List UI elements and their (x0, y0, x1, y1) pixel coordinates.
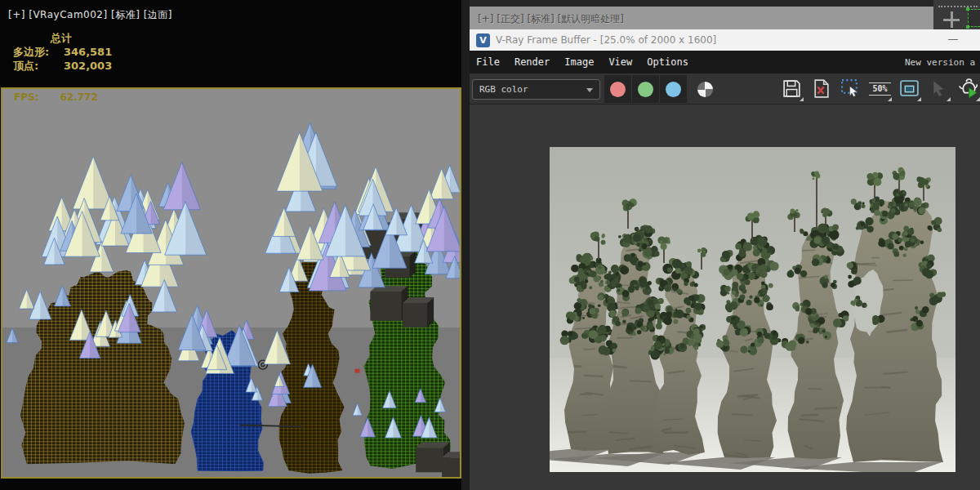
max-toolbar-corner (933, 0, 980, 33)
save-icon (782, 78, 802, 99)
rendered-image[interactable] (550, 147, 956, 472)
render-last-button[interactable] (956, 77, 980, 101)
blue-channel-icon (666, 82, 681, 97)
region-render-button[interactable] (839, 77, 862, 101)
mono-channel-button[interactable] (692, 75, 719, 103)
ortho-viewport-label[interactable]: [+] [正交] [标准] [默认明暗处理] (478, 12, 624, 26)
zoom-level-label: 50% (869, 82, 891, 96)
wireframe-3d-scene[interactable] (2, 89, 460, 477)
menu-image[interactable]: Image (557, 51, 601, 74)
vfb-titlebar[interactable]: V V-Ray Frame Buffer - [25.0% of 2000 x … (470, 29, 980, 51)
follow-mouse-button[interactable] (927, 77, 951, 101)
stats-polygons-label: 多边形: (13, 45, 64, 59)
stats-total-label: 总计 (51, 32, 72, 44)
red-channel-button[interactable] (604, 75, 631, 103)
menu-options[interactable]: Options (639, 51, 696, 74)
save-image-button[interactable] (780, 77, 804, 101)
plus-icon[interactable] (943, 11, 960, 28)
panel-divider (461, 0, 470, 490)
viewport-statistics: 总计 多边形:346,581 顶点:302,003 (13, 31, 112, 73)
dropdown-corner-icon (888, 97, 892, 101)
zoom-level-button[interactable]: 50% (868, 77, 892, 101)
ortho-viewport-strip[interactable]: [+] [正交] [标准] [默认明暗处理] (470, 7, 935, 29)
new-version-notice[interactable]: New version a (905, 57, 980, 68)
region-render-icon (840, 78, 861, 99)
selection-region-icon[interactable] (968, 9, 980, 27)
stats-vertices-value: 302,003 (64, 60, 112, 72)
clear-image-icon (811, 78, 831, 99)
fps-label: FPS: (14, 91, 38, 103)
vfb-action-icons: 50% (780, 77, 980, 101)
green-channel-button[interactable] (632, 75, 659, 103)
blue-channel-button[interactable] (660, 75, 687, 103)
dropdown-corner-icon (976, 97, 980, 101)
monitor-icon (899, 78, 920, 99)
fps-readout: FPS:62.772 (14, 91, 98, 103)
cursor-arrow-icon (929, 78, 949, 99)
fps-value: 62.772 (60, 91, 97, 103)
vray-logo-icon: V (476, 33, 490, 47)
vfb-window-title: V-Ray Frame Buffer - [25.0% of 2000 x 16… (496, 34, 716, 46)
chevron-down-icon (586, 88, 593, 92)
mono-channel-icon (697, 82, 713, 97)
toolbar-grip-dots (938, 6, 978, 7)
vray-frame-buffer-window: V V-Ray Frame Buffer - [25.0% of 2000 x … (470, 29, 980, 490)
dropdown-corner-icon (917, 97, 921, 101)
channel-select-dropdown[interactable]: RGB color (472, 79, 600, 100)
max-camera-viewport-panel[interactable]: [+] [VRayCam002] [标准] [边面] 总计 多边形:346,58… (0, 0, 470, 490)
stats-polygons-value: 346,581 (64, 46, 112, 58)
stats-vertices-label: 顶点: (13, 59, 64, 73)
display-window-button[interactable] (898, 77, 921, 101)
menu-file[interactable]: File (470, 51, 507, 74)
max-top-strip (470, 0, 980, 7)
vfb-menubar: File Render Image View Options New versi… (470, 51, 980, 74)
dropdown-corner-icon (947, 97, 951, 101)
clear-image-button[interactable] (809, 77, 833, 101)
vfb-image-area (470, 105, 980, 490)
green-channel-icon (638, 82, 653, 97)
menu-render[interactable]: Render (507, 51, 557, 74)
active-viewport-frame[interactable]: FPS:62.772 (1, 87, 461, 479)
red-channel-icon (610, 82, 626, 97)
channel-dropdown-value: RGB color (479, 84, 528, 95)
minimize-button[interactable]: — (943, 31, 963, 47)
viewport-label[interactable]: [+] [VRayCam002] [标准] [边面] (8, 8, 172, 22)
menu-view[interactable]: View (601, 51, 639, 74)
vfb-toolbar: RGB color 50% (470, 74, 980, 105)
dropdown-corner-icon (800, 97, 804, 101)
